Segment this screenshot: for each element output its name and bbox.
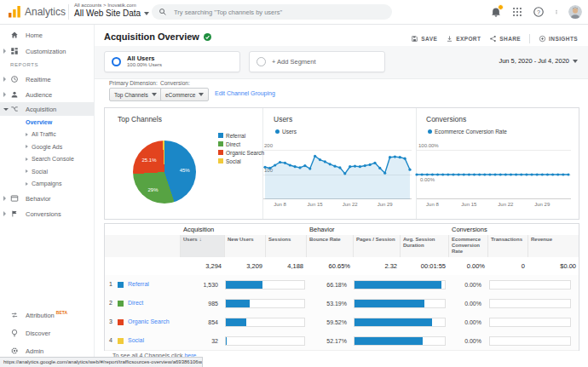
col-header-transactions[interactable]: Transactions [487,235,527,257]
segment-circle-icon [257,57,266,66]
group-header-conversions: Conversions [452,226,487,233]
sidebar-item-admin[interactable]: Admin [0,344,94,358]
verified-check-icon [204,33,211,41]
dropdown-value: Top Channels [114,92,148,98]
x-axis-tick-label: Jun 15 [303,202,328,207]
legend-label: Ecommerce Conversion Rate [435,129,507,135]
col-header-bounce-rate[interactable]: Bounce Rate [306,235,353,257]
notifications-bell-icon[interactable] [490,6,502,18]
primary-dimension-dropdown[interactable]: Top Channels [109,88,162,101]
sidebar-item-social[interactable]: Social [0,165,94,178]
x-axis-tick-label: Jun 29 [529,202,555,207]
conversion-dropdown[interactable]: eCommerce [160,88,209,101]
channel-link[interactable]: Organic Search [128,318,170,324]
sidebar-item-label: Audience [26,91,52,99]
more-vertical-icon[interactable] [554,6,559,18]
channel-color-swatch [118,338,124,344]
col-header-avg-session-duration[interactable]: Avg. Session Duration [400,235,448,257]
col-header-label: Sessions [268,237,291,242]
col-header-ecommerce-conversion-rate[interactable]: Ecommerce Conversion Rate [448,235,487,257]
sidebar-item-search-console[interactable]: Search Console [0,153,94,166]
account-breadcrumb: All accounts > Inovatik.com [74,3,149,8]
sidebar-item-attribution[interactable]: Attribution BETA [0,308,94,322]
analytics-logo-icon[interactable] [8,5,21,19]
help-icon[interactable]: ? [533,6,545,18]
property-selector[interactable]: All accounts > Inovatik.com All Web Site… [74,3,149,18]
pie-legend-item: Organic Search [218,148,264,157]
channel-link[interactable]: Social [128,337,144,343]
share-button[interactable]: SHARE [489,35,521,43]
sidebar-item-google-ads[interactable]: Google Ads [0,140,94,153]
sidebar-item-label: Customization [26,48,66,55]
sidebar-item-home[interactable]: Home [0,28,94,42]
sidebar-item-all-traffic[interactable]: All Traffic [0,129,94,141]
sidebar-item-overview[interactable]: Overview [0,116,94,129]
total-pages-session: 2.32 [353,262,400,270]
legend-label: Direct [226,141,240,147]
sidebar-item-audience[interactable]: Audience [0,88,94,101]
expand-caret-icon [3,92,6,97]
sidebar-item-realtime[interactable]: Realtime [0,72,94,86]
export-icon [446,35,453,43]
sidebar-item-acquisition[interactable]: Acquisition [0,102,94,116]
export-label: EXPORT [456,36,481,42]
ecommerce-rate-value: 0.00% [448,282,484,288]
add-segment-label: + Add Segment [272,58,316,66]
sidebar-item-behavior[interactable]: Behavior [0,192,94,205]
expand-caret-icon [26,182,28,186]
audience-icon [10,90,19,99]
channels-table: Acquisition Behavior Conversions Users↓ … [104,223,579,351]
sidebar-item-label: Google Ads [32,144,62,150]
sidebar-item-discover[interactable]: Discover [0,326,94,340]
row-rank: 4 [109,337,112,343]
add-segment-button[interactable]: + Add Segment [249,51,385,72]
total-users: 3,294 [180,262,224,270]
insights-label: INSIGHTS [549,36,578,42]
sidebar-item-campaigns[interactable]: Campaigns [0,178,94,191]
pie-legend-item: Referral [218,131,245,140]
legend-dot-icon [428,129,432,134]
apps-grid-icon[interactable] [511,6,523,18]
user-avatar[interactable] [568,5,582,19]
save-button[interactable]: SAVE [411,35,437,43]
users-bar-fill [226,281,262,289]
ecommerce-rate-value: 0.00% [448,319,484,325]
ecommerce-rate-value: 0.00% [448,301,484,307]
ecommerce-bar [489,280,571,290]
insights-button[interactable]: INSIGHTS [539,35,578,43]
property-name: All Web Site Data [74,9,141,18]
top-app-bar: Analytics All accounts > Inovatik.com Al… [0,0,588,25]
search-input[interactable] [172,8,385,17]
date-range-selector[interactable]: Jun 5, 2020 - Jul 4, 2020 [499,57,578,65]
date-range-text: Jun 5, 2020 - Jul 4, 2020 [499,57,569,65]
users-bar-fill [226,318,246,326]
users-chart-legend: Users [275,129,297,135]
sidebar-item-customization[interactable]: Customization [0,44,94,58]
sidebar-item-label: Realtime [26,76,51,83]
channel-link[interactable]: Direct [128,300,143,306]
report-toolbar: SAVE EXPORT SHARE INSIGHTS [411,34,578,43]
bounce-rate-value: 53.19% [306,301,349,307]
col-header-new-users[interactable]: New Users [224,235,265,257]
edit-channel-grouping-link[interactable]: Edit Channel Grouping [215,90,275,96]
sidebar-item-conversions[interactable]: Conversions [0,207,94,221]
sidebar-item-label: Attribution [26,312,55,319]
expand-caret-icon [26,158,28,161]
total-bounce-rate: 60.65% [306,262,353,270]
users-bar-fill [226,300,250,307]
x-axis-tick-label: Jun 22 [493,202,518,207]
group-header-behavior: Behavior [309,226,335,233]
export-button[interactable]: EXPORT [446,35,481,43]
col-header-revenue[interactable]: Revenue [527,235,579,257]
search-bar[interactable] [152,4,392,20]
conversions-flag-icon [10,209,19,218]
share-label: SHARE [499,36,521,42]
users-bar [225,336,305,346]
segment-all-users[interactable]: All Users 100.00% Users [104,51,240,72]
col-header-label: New Users [228,237,254,242]
col-header-users[interactable]: Users↓ [180,235,224,257]
channel-link[interactable]: Referral [128,281,149,287]
conversion-label: Conversion: [160,80,190,86]
col-header-sessions[interactable]: Sessions [265,235,306,257]
col-header-pages-session[interactable]: Pages / Session [353,235,400,257]
